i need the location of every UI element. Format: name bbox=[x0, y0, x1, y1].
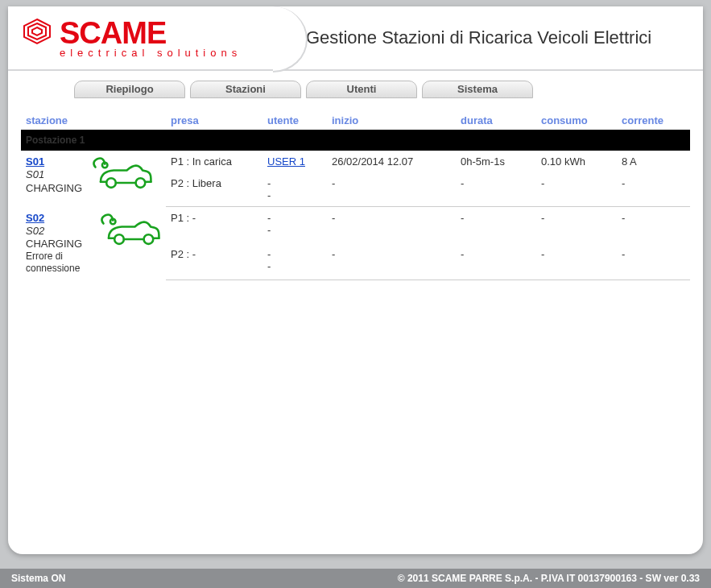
col-consumo: consumo bbox=[536, 111, 617, 130]
svg-point-7 bbox=[114, 234, 124, 244]
station-link[interactable]: S01 bbox=[26, 155, 82, 168]
copyright: © 2011 SCAME PARRE S.p.A. - P.IVA IT 001… bbox=[398, 573, 700, 584]
col-presa: presa bbox=[166, 111, 262, 130]
cell-utente: - - bbox=[262, 172, 327, 207]
system-state: ON bbox=[51, 573, 65, 584]
tab-sistema[interactable]: Sistema bbox=[422, 81, 533, 98]
cell-consumo: - bbox=[536, 172, 617, 207]
tab-utenti[interactable]: Utenti bbox=[306, 81, 417, 98]
cell-durata: - bbox=[456, 207, 536, 243]
cell-corrente: 8 A bbox=[617, 151, 690, 172]
cell-consumo: 0.10 kWh bbox=[536, 151, 617, 172]
cell-inizio: - bbox=[327, 172, 456, 207]
station-name: S02 bbox=[26, 225, 90, 238]
col-corrente: corrente bbox=[617, 111, 690, 130]
col-durata: durata bbox=[456, 111, 536, 130]
table-header-row: stazione presa utente inizio durata cons… bbox=[21, 111, 690, 130]
cell-consumo: - bbox=[536, 207, 617, 243]
cell-durata: 0h-5m-1s bbox=[456, 151, 536, 172]
station-status: CHARGING bbox=[26, 238, 90, 251]
table-row: S01 S01 CHARGING bbox=[21, 151, 690, 172]
brand-name: SCAME bbox=[60, 18, 166, 48]
logo-area: SCAME electrical solutions bbox=[8, 6, 274, 69]
tab-stazioni[interactable]: Stazioni bbox=[190, 81, 301, 98]
content-area: stazione presa utente inizio durata cons… bbox=[8, 98, 703, 280]
svg-point-10 bbox=[110, 218, 116, 224]
cell-utente: - - bbox=[262, 243, 327, 280]
svg-point-8 bbox=[144, 234, 154, 244]
cell-corrente: - bbox=[617, 207, 690, 243]
cell-utente: - - bbox=[262, 207, 327, 243]
cell-presa: P1 : In carica bbox=[166, 151, 262, 172]
header: SCAME electrical solutions Gestione Staz… bbox=[8, 6, 703, 71]
svg-marker-1 bbox=[28, 23, 46, 39]
cell-presa: P1 : - bbox=[166, 207, 262, 243]
system-status: Sistema ON bbox=[11, 573, 65, 584]
cell-inizio: - bbox=[327, 243, 456, 280]
cell-presa: P2 : - bbox=[166, 243, 262, 280]
group-label: Postazione 1 bbox=[21, 130, 690, 151]
col-stazione: stazione bbox=[21, 111, 166, 130]
car-charging-icon bbox=[90, 155, 153, 195]
page-title: Gestione Stazioni di Ricarica Veicoli El… bbox=[274, 27, 703, 48]
svg-marker-2 bbox=[32, 27, 42, 35]
brand-logo: SCAME electrical solutions bbox=[23, 18, 242, 59]
station-status: CHARGING bbox=[26, 182, 82, 195]
station-link[interactable]: S02 bbox=[26, 212, 90, 225]
table-row: S02 S02 CHARGING Errore di connessione bbox=[21, 207, 690, 243]
col-utente: utente bbox=[262, 111, 327, 130]
user-link[interactable]: USER 1 bbox=[267, 155, 305, 168]
footer-bar: Sistema ON © 2011 SCAME PARRE S.p.A. - P… bbox=[0, 569, 711, 588]
cell-corrente: - bbox=[617, 172, 690, 207]
cell-consumo: - bbox=[536, 243, 617, 280]
group-row: Postazione 1 bbox=[21, 130, 690, 151]
col-inizio: inizio bbox=[327, 111, 456, 130]
tab-bar: Riepilogo Stazioni Utenti Sistema bbox=[8, 71, 703, 98]
cell-corrente: - bbox=[617, 243, 690, 280]
car-charging-icon bbox=[98, 212, 161, 251]
cell-presa: P2 : Libera bbox=[166, 172, 262, 207]
station-name: S01 bbox=[26, 168, 82, 181]
cell-inizio: 26/02/2014 12.07 bbox=[327, 151, 456, 172]
stations-table: stazione presa utente inizio durata cons… bbox=[21, 111, 690, 280]
logo-icon bbox=[23, 18, 52, 48]
tab-riepilogo[interactable]: Riepilogo bbox=[74, 81, 185, 98]
cell-durata: - bbox=[456, 172, 536, 207]
brand-tagline: electrical solutions bbox=[23, 47, 242, 59]
station-error: Errore di connessione bbox=[26, 251, 90, 275]
cell-durata: - bbox=[456, 243, 536, 280]
svg-point-3 bbox=[106, 178, 116, 188]
app-window: SCAME electrical solutions Gestione Staz… bbox=[8, 6, 703, 554]
svg-point-4 bbox=[136, 178, 146, 188]
cell-inizio: - bbox=[327, 207, 456, 243]
